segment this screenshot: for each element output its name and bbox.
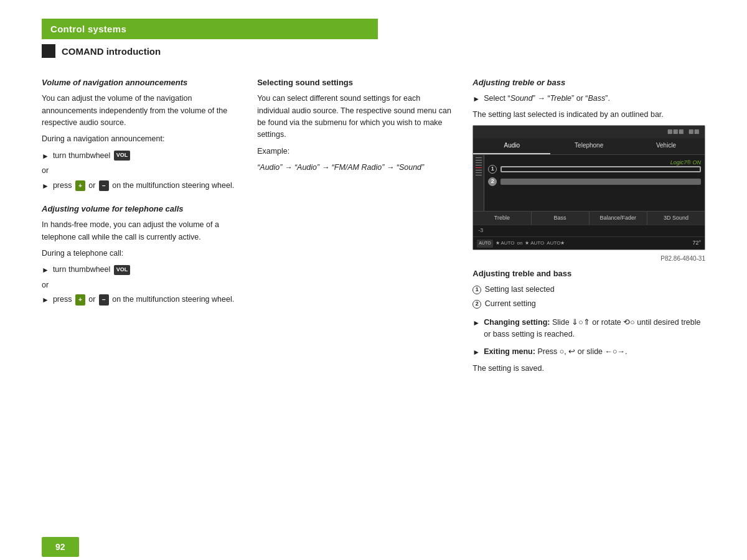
exiting-label: Exiting menu: [484, 347, 535, 356]
indicator-row-2: 2 [488, 177, 701, 186]
header-title: Control systems [50, 24, 126, 34]
mid-p1: You can select different sound settings … [257, 93, 454, 141]
star-auto-1: ★ AUTO [496, 240, 515, 247]
section2-title: Adjusting volume for telephone calls [42, 203, 238, 215]
legend-2-row: 2 Current setting [472, 298, 705, 310]
screen-bottom-bar: AUTO ★ AUTO on ★ AUTO AUTO★ 72° [473, 236, 705, 250]
content-area: Volume of navigation announcements You c… [42, 77, 705, 379]
right-bullet1-row: ► Select “Sound” → “Treble” or “Bass”. [472, 93, 705, 105]
bullet-arrow-1: ► [42, 151, 49, 162]
mid-column: Selecting sound settings You can select … [257, 77, 454, 379]
section1-bullet2-row: ► press + or − on the multifunction stee… [42, 180, 238, 192]
adj-title: Adjusting treble and bass [472, 268, 705, 280]
vol-badge-1: VOL [114, 151, 131, 161]
section2-bullet2-row: ► press + or − on the multifunction stee… [42, 294, 238, 306]
star-auto-2: ★ AUTO [525, 240, 544, 247]
right-bullet3-text: Exiting menu: Press ○, ↩ or slide ←○→. [484, 346, 627, 358]
tab-bass: Bass [532, 212, 590, 225]
header-bar: Control systems [42, 19, 378, 39]
minus-badge-1: − [99, 180, 109, 192]
mid-example-italic: “Audio” → “Audio” → “FM/AM Radio” → “Sou… [257, 163, 424, 172]
mid-example-text: “Audio” → “Audio” → “FM/AM Radio” → “Sou… [257, 162, 454, 174]
screen-nav: Audio Telephone Vehicle [473, 138, 705, 155]
legend1-text: Setting last selected [485, 285, 555, 294]
indicator-row-1: 1 [488, 165, 701, 174]
section2-p2: During a telephone call: [42, 248, 238, 259]
right-bullet2-row: ► Changing setting: Slide ⇓○⇑ or rotate … [472, 317, 705, 341]
changing-label: Changing setting: [484, 318, 550, 327]
signal-icons: ▩▩▩ ▩▩ [667, 128, 700, 136]
section2-or: or [42, 279, 238, 291]
section2-bullet1-text: turn thumbwheel VOL [53, 264, 131, 276]
bullet-arrow-6: ► [472, 317, 480, 329]
tab-treble: Treble [473, 212, 531, 225]
legend-circle-2: 2 [472, 300, 481, 309]
value-row: -3 [473, 225, 705, 236]
auto-star: AUTO★ [547, 240, 565, 247]
legend-circle-1: 1 [472, 286, 481, 294]
section1-bullet1-row: ► turn thumbwheel VOL [42, 150, 238, 162]
tick-4 [476, 165, 482, 166]
setting-last-selected-text: The setting last selected is indicated b… [472, 109, 705, 121]
temp-badge: 72° [692, 239, 701, 248]
value-label: -3 [478, 227, 483, 233]
screen-tabs-bottom: Treble Bass Balance/Fader 3D Sound [473, 211, 705, 225]
auto-badge-1: AUTO [477, 240, 492, 248]
screen-body: Logic7® ON 1 2 [473, 155, 705, 211]
setting-saved-text: The setting is saved. [472, 363, 705, 375]
fig-caption: P82.86-4840-31 [472, 254, 705, 264]
left-column: Volume of navigation announcements You c… [42, 77, 238, 379]
exiting-text: Press ○, ↩ or slide ←○→. [537, 347, 627, 356]
logic7-badge: Logic7® ON [670, 159, 701, 167]
mid-example-label: Example: [257, 146, 454, 157]
bullet-arrow-4: ► [42, 294, 49, 306]
section1-p2: During a navigation announcement: [42, 133, 238, 145]
sub-header-block [42, 44, 55, 58]
bullet-arrow-5: ► [472, 93, 480, 105]
vol-badge-2: VOL [114, 265, 131, 275]
section2-bullet2-text: press + or − on the multifunction steeri… [53, 294, 234, 306]
tick-5 [476, 167, 482, 168]
screen-image: ▩▩▩ ▩▩ Audio Telephone Vehicle [472, 125, 705, 250]
tick-8 [476, 175, 482, 175]
section1-p1: You can adjust the volume of the navigat… [42, 93, 238, 129]
bullet-arrow-3: ► [42, 264, 49, 276]
screen-nav-vehicle: Vehicle [627, 138, 705, 154]
bullet-arrow-2: ► [42, 180, 49, 192]
right-section-title: Adjusting treble or bass [472, 77, 705, 89]
bass-italic: Bass [588, 94, 605, 103]
legend-1-row: 1 Setting last selected [472, 284, 705, 296]
section2-bullet1-row: ► turn thumbwheel VOL [42, 264, 238, 276]
legend2-text: Current setting [485, 299, 536, 308]
tick-2 [476, 160, 482, 161]
tick-3 [476, 162, 482, 163]
tick-6 [476, 170, 482, 170]
right-column: Adjusting treble or bass ► Select “Sound… [472, 77, 705, 379]
tick-7 [476, 172, 482, 173]
page-number: 92 [42, 537, 79, 557]
sub-header: COMAND introduction [42, 44, 747, 58]
section1-or: or [42, 165, 238, 177]
on-label: on [517, 240, 523, 247]
tick-1 [476, 157, 482, 158]
section1-bullet2-text: press + or − on the multifunction steeri… [53, 180, 234, 192]
right-bullet1-text: Select “Sound” → “Treble” or “Bass”. [484, 93, 610, 105]
right-bullet3-row: ► Exiting menu: Press ○, ↩ or slide ←○→. [472, 346, 705, 358]
treble-italic: Treble [550, 94, 572, 103]
filled-bar [500, 179, 701, 185]
circle-2: 2 [488, 177, 497, 186]
section1-bullet1-text: turn thumbwheel VOL [53, 150, 131, 162]
screen-ruler [473, 155, 484, 211]
circle-1: 1 [488, 165, 497, 174]
plus-badge-2: + [75, 294, 85, 306]
section1-title: Volume of navigation announcements [42, 77, 238, 89]
bullet-arrow-7: ► [472, 347, 480, 358]
screen-top-bar: ▩▩▩ ▩▩ [473, 126, 705, 138]
sound-italic: Sound [510, 94, 533, 103]
tab-balance: Balance/Fader [590, 212, 647, 225]
screen-main: Logic7® ON 1 2 [484, 155, 705, 211]
section2-p1: In hands-free mode, you can adjust the v… [42, 219, 238, 243]
right-bullet2-text: Changing setting: Slide ⇓○⇑ or rotate ⟲○… [484, 317, 705, 341]
indicator-area: 1 2 [488, 165, 701, 186]
screen-nav-audio: Audio [473, 138, 550, 154]
